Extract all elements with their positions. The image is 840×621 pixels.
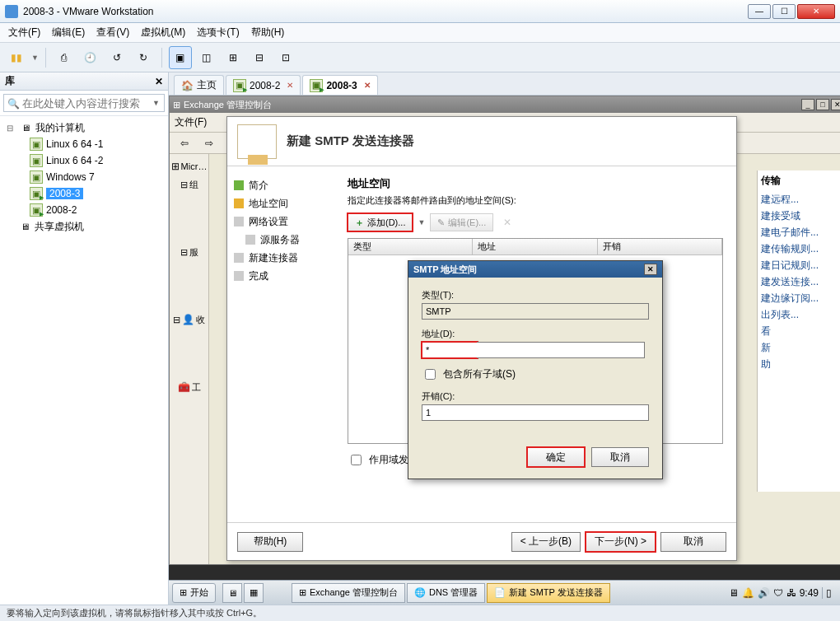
- action-item[interactable]: 新: [761, 339, 840, 356]
- edit-button: ✎编辑(E)...: [430, 213, 493, 231]
- exch-max-button[interactable]: □: [816, 99, 829, 110]
- tree-item[interactable]: ▣Linux 6 64 -1: [0, 136, 168, 152]
- next-button[interactable]: 下一步(N) >: [586, 532, 656, 552]
- snapshot-button[interactable]: ⎙: [53, 46, 76, 69]
- fullscreen-button[interactable]: ▣: [169, 46, 192, 69]
- step-network[interactable]: 网络设置: [234, 212, 328, 231]
- tray-icon[interactable]: 🔊: [758, 587, 770, 599]
- forward-button[interactable]: ⇨: [198, 132, 221, 155]
- action-item[interactable]: 建日记规则...: [761, 257, 840, 273]
- scoped-connector-checkbox[interactable]: [351, 455, 362, 465]
- step-new-connector[interactable]: 新建连接器: [234, 249, 328, 267]
- action-item[interactable]: 建传输规则...: [761, 240, 840, 257]
- cost-field[interactable]: [422, 404, 649, 421]
- step-address-space[interactable]: 地址空间: [234, 194, 328, 212]
- taskbar-item[interactable]: 🌐DNS 管理器: [407, 583, 485, 603]
- tray-icon[interactable]: 🔔: [742, 587, 754, 599]
- unity-button[interactable]: ◫: [195, 46, 218, 69]
- taskbar-item-active[interactable]: 📄新建 SMTP 发送连接器: [487, 583, 609, 603]
- quicklaunch-button[interactable]: 🖥: [222, 583, 242, 603]
- cancel-button[interactable]: 取消: [591, 447, 649, 467]
- address-field[interactable]: [422, 342, 478, 358]
- back-button[interactable]: < 上一步(B): [511, 532, 581, 552]
- action-item[interactable]: 建边缘订阅...: [761, 290, 840, 306]
- snapshot-mgr-button[interactable]: 🕘: [79, 46, 102, 69]
- add-button[interactable]: ＋添加(D)...: [348, 213, 413, 231]
- menu-view[interactable]: 查看(V): [96, 26, 129, 40]
- start-button[interactable]: ⊞开始: [172, 583, 216, 603]
- col-cost[interactable]: 开销: [598, 239, 722, 254]
- minimize-button[interactable]: —: [748, 4, 771, 19]
- nav-item[interactable]: ⊟👤收: [173, 310, 205, 329]
- library-close-button[interactable]: ✕: [155, 76, 163, 87]
- show-desktop-button[interactable]: ▯: [822, 587, 832, 599]
- tree-root[interactable]: ⊟🖥我的计算机: [0, 119, 168, 136]
- computer-icon: 🖥: [19, 121, 32, 134]
- nav-item[interactable]: ⊟服: [180, 243, 198, 261]
- maximize-button[interactable]: ☐: [772, 4, 796, 19]
- tree-item[interactable]: ▣Windows 7: [0, 169, 168, 185]
- guest-display[interactable]: ⊞ Exchange 管理控制台 _□✕ 文件(F) ⇦ ⇨ ⊞Micr… ⊟组…: [169, 96, 840, 605]
- action-item[interactable]: 建电子邮件...: [761, 224, 840, 240]
- action-item[interactable]: 出列表...: [761, 306, 840, 323]
- revert-button[interactable]: ↺: [105, 46, 128, 69]
- address-field-ext[interactable]: [477, 342, 645, 358]
- step-intro[interactable]: 简介: [234, 176, 328, 194]
- view2-button[interactable]: ⊟: [248, 46, 271, 69]
- view1-button[interactable]: ⊞: [222, 46, 245, 69]
- vmware-icon: [5, 5, 18, 18]
- tree-item-selected[interactable]: ▣2008-3: [0, 185, 168, 202]
- nav-item[interactable]: ⊟组: [180, 175, 198, 194]
- library-panel: 库 ✕ 🔍 ▼ ⊟🖥我的计算机 ▣Linux 6 64 -1 ▣Linux 6 …: [0, 72, 169, 605]
- action-item[interactable]: 建远程...: [761, 191, 840, 208]
- wizard-steps: 简介 地址空间 网络设置 源服务器 新建连接器 完成: [227, 166, 334, 522]
- tab-2008-2[interactable]: ▣2008-2✕: [226, 75, 301, 95]
- ok-button[interactable]: 确定: [527, 447, 585, 467]
- action-item[interactable]: 看: [761, 323, 840, 339]
- exch-min-button[interactable]: _: [801, 99, 814, 110]
- menu-edit[interactable]: 编辑(E): [52, 26, 85, 40]
- tray-icon[interactable]: 🖥: [729, 587, 739, 599]
- taskbar-item[interactable]: ⊞Exchange 管理控制台: [292, 583, 405, 603]
- menu-tabs[interactable]: 选项卡(T): [197, 26, 239, 40]
- nav-item[interactable]: ⊞Micr…: [171, 157, 208, 175]
- tab-close-icon[interactable]: ✕: [364, 81, 371, 90]
- search-icon: 🔍: [7, 98, 17, 108]
- exch-menu-file[interactable]: 文件(F): [175, 115, 207, 129]
- tray-clock[interactable]: 9:49: [800, 587, 819, 599]
- step-source-server[interactable]: 源服务器: [234, 231, 328, 249]
- dropdown-icon[interactable]: ▼: [418, 218, 425, 226]
- exch-close-button[interactable]: ✕: [831, 99, 840, 110]
- step-complete[interactable]: 完成: [234, 267, 328, 285]
- cancel-button[interactable]: 取消: [660, 532, 726, 552]
- tray-icon[interactable]: 🖧: [786, 587, 796, 599]
- library-search-input[interactable]: [3, 94, 165, 112]
- menu-vm[interactable]: 虚拟机(M): [141, 26, 185, 40]
- col-type[interactable]: 类型: [348, 239, 473, 254]
- search-dropdown-icon[interactable]: ▼: [152, 99, 160, 107]
- include-subdomains-checkbox[interactable]: [425, 369, 436, 380]
- help-button[interactable]: 帮助(H): [237, 532, 303, 552]
- snapshot-take-button[interactable]: ↻: [132, 46, 155, 69]
- back-button[interactable]: ⇦: [173, 132, 196, 155]
- quicklaunch-button[interactable]: ▦: [244, 583, 264, 603]
- menu-file[interactable]: 文件(F): [8, 26, 40, 40]
- address-label: 地址(D):: [422, 328, 649, 340]
- tab-close-icon[interactable]: ✕: [287, 81, 293, 90]
- nav-item[interactable]: 🧰工: [178, 378, 201, 396]
- close-button[interactable]: ✕: [797, 4, 835, 19]
- tray-icon[interactable]: 🛡: [773, 587, 783, 599]
- tree-shared[interactable]: 🖥共享虚拟机: [0, 218, 168, 235]
- view3-button[interactable]: ⊡: [274, 46, 297, 69]
- tree-item[interactable]: ▣Linux 6 64 -2: [0, 152, 168, 169]
- action-item[interactable]: 助: [761, 356, 840, 372]
- power-button[interactable]: ▮▮: [5, 46, 28, 69]
- col-address[interactable]: 地址: [473, 239, 597, 254]
- tree-item[interactable]: ▣2008-2: [0, 202, 168, 218]
- action-item[interactable]: 建发送连接...: [761, 273, 840, 290]
- action-item[interactable]: 建接受域: [761, 208, 840, 224]
- tab-home[interactable]: 🏠主页: [174, 75, 224, 95]
- subdialog-close-button[interactable]: ✕: [644, 264, 657, 275]
- tab-2008-3[interactable]: ▣2008-3✕: [302, 75, 377, 95]
- menu-help[interactable]: 帮助(H): [251, 26, 285, 40]
